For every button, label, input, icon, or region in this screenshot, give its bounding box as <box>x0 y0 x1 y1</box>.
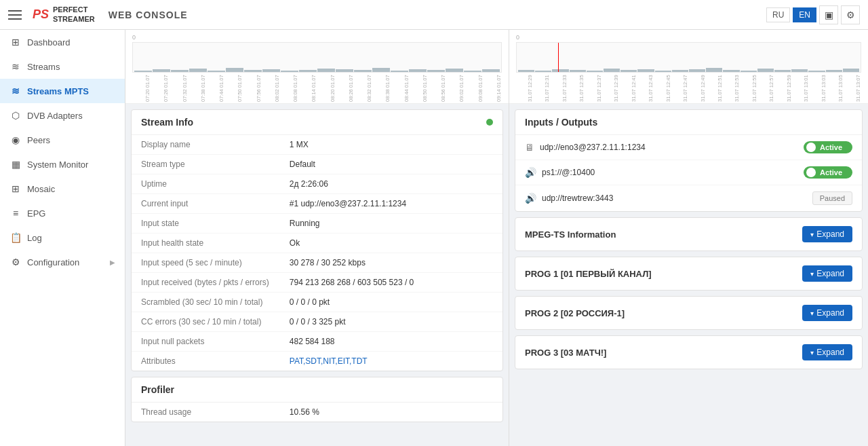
left-chart-container: 0 <box>125 30 509 104</box>
logo: PS PERFECTSTREAMER <box>33 5 95 23</box>
sidebar-item-label: System Monitor <box>27 160 88 170</box>
expand-btn-label: Expand <box>816 308 844 318</box>
app-body: ⊞ Dashboard ≋ Streams ≋ Streams MPTS ⬡ D… <box>0 30 868 446</box>
toggle-label-2: Active <box>820 168 842 176</box>
io-audio-icon-2: 🔊 <box>525 193 536 204</box>
profiler-card: Profiler Thread usage10.56 % <box>131 377 503 422</box>
dashboard-icon: ⊞ <box>9 36 22 48</box>
field-value: 1 MX <box>280 135 502 155</box>
streams-icon: ≋ <box>9 60 22 73</box>
field-label: Input null packets <box>132 332 280 352</box>
mpeg-ts-section: MPEG-TS Information ▾ Expand <box>515 217 863 251</box>
field-label: Scrambled (30 sec/ 10 min / total) <box>132 293 280 312</box>
table-row: AttributesPAT,SDT,NIT,EIT,TDT <box>132 352 502 371</box>
configuration-icon: ⚙ <box>9 256 22 268</box>
sidebar-item-streams[interactable]: ≋ Streams <box>0 54 125 79</box>
chevron-right-icon: ▶ <box>110 259 115 266</box>
toggle-active-2[interactable]: Active <box>804 166 852 179</box>
field-label: Input speed (5 sec / minute) <box>132 253 280 273</box>
field-value: #1 udp://eno3@237.2.11.1:1234 <box>280 194 502 214</box>
peers-icon: ◉ <box>9 134 22 146</box>
menu-icon[interactable] <box>8 7 24 23</box>
prog3-section: PROG 3 [03 МАТЧ!] ▾ Expand <box>515 335 863 369</box>
table-row: Input null packets482 584 188 <box>132 332 502 352</box>
sidebar-item-label: Streams MPTS <box>27 86 89 96</box>
stream-info-header: Stream Info <box>132 110 502 135</box>
system-monitor-icon: ▦ <box>9 158 22 170</box>
table-row: Display name1 MX <box>132 135 502 155</box>
mpeg-ts-expand-button[interactable]: ▾ Expand <box>802 226 852 242</box>
io-item-name: udp://eno3@237.2.11.1:1234 <box>540 143 798 152</box>
table-row: Thread usage10.56 % <box>132 403 502 422</box>
sidebar: ⊞ Dashboard ≋ Streams ≋ Streams MPTS ⬡ D… <box>0 30 125 446</box>
paused-badge: Paused <box>812 191 852 205</box>
io-item-name: ps1://@:10400 <box>542 168 798 177</box>
lang-ru-button[interactable]: RU <box>766 7 790 22</box>
stream-info-card: Stream Info Display name1 MXStream typeD… <box>131 109 503 371</box>
field-value: PAT,SDT,NIT,EIT,TDT <box>280 352 502 371</box>
sidebar-item-label: Configuration <box>27 257 79 267</box>
status-dot <box>486 119 493 126</box>
table-row: Input stateRunning <box>132 214 502 234</box>
toggle-active-1[interactable]: Active <box>804 141 852 153</box>
streams-mpts-icon: ≋ <box>9 85 22 97</box>
left-chart-zero: 0 <box>132 34 502 41</box>
profiler-title: Profiler <box>141 384 174 395</box>
sidebar-item-epg[interactable]: ≡ EPG <box>0 201 125 225</box>
sidebar-item-system-monitor[interactable]: ▦ System Monitor <box>0 152 125 176</box>
io-item-name: udp://trewtrew:3443 <box>542 193 807 203</box>
sidebar-item-configuration[interactable]: ⚙ Configuration ▶ <box>0 250 125 274</box>
sidebar-item-streams-mpts[interactable]: ≋ Streams MPTS <box>0 79 125 103</box>
chevron-down-icon: ▾ <box>810 231 814 238</box>
expand-btn-label: Expand <box>816 229 844 239</box>
prog1-expand-button[interactable]: ▾ Expand <box>802 265 852 282</box>
io-item: 🔊 ps1://@:10400 Active <box>515 160 862 185</box>
profiler-header: Profiler <box>132 377 502 403</box>
field-value: Running <box>280 214 502 234</box>
io-item: 🔊 udp://trewtrew:3443 Paused <box>515 185 862 211</box>
prog2-title: PROG 2 [02 РОССИЯ-1] <box>525 308 625 318</box>
sidebar-item-log[interactable]: 📋 Log <box>0 225 125 250</box>
right-chart-labels: 31.07 12:29 31.07 12:31 31.07 12:33 31.0… <box>516 75 861 102</box>
sidebar-item-label: Peers <box>27 135 50 145</box>
io-monitor-icon: 🖥 <box>525 142 534 153</box>
stream-info-table: Display name1 MXStream typeDefaultUptime… <box>132 135 502 371</box>
sidebar-item-mosaic[interactable]: ⊞ Mosaic <box>0 176 125 201</box>
sidebar-item-label: Log <box>27 233 42 243</box>
sidebar-item-label: Dashboard <box>27 37 71 48</box>
sidebar-item-dvb-adapters[interactable]: ⬡ DVB Adapters <box>0 103 125 128</box>
field-value: 0 / 0 / 0 pkt <box>280 293 502 312</box>
right-panel: 0 <box>509 30 868 446</box>
io-audio-icon: 🔊 <box>525 167 536 178</box>
field-value: 0 / 0 / 3 325 pkt <box>280 312 502 332</box>
field-label: Stream type <box>132 155 280 174</box>
settings-icon-button[interactable]: ⚙ <box>841 5 860 24</box>
right-chart-container: 0 <box>509 30 868 104</box>
field-label: Thread usage <box>132 403 280 422</box>
lang-en-button[interactable]: EN <box>793 7 816 22</box>
io-item: 🖥 udp://eno3@237.2.11.1:1234 Active <box>515 135 862 160</box>
chevron-down-icon: ▾ <box>810 349 814 356</box>
prog3-expand-button[interactable]: ▾ Expand <box>802 344 852 360</box>
toggle-label-1: Active <box>820 143 842 151</box>
left-panel: 0 <box>125 30 509 446</box>
field-label: Attributes <box>132 352 280 371</box>
prog2-section: PROG 2 [02 РОССИЯ-1] ▾ Expand <box>515 296 863 330</box>
field-label: Uptime <box>132 174 280 194</box>
monitor-icon-button[interactable]: ▣ <box>819 5 838 24</box>
table-row: Input received (bytes / pkts / errors)79… <box>132 273 502 293</box>
header-actions: RU EN ▣ ⚙ <box>766 5 860 24</box>
prog2-expand-button[interactable]: ▾ Expand <box>802 305 852 321</box>
expand-btn-label: Expand <box>816 269 844 278</box>
right-chart <box>516 42 861 73</box>
field-value: Default <box>280 155 502 174</box>
sidebar-item-dashboard[interactable]: ⊞ Dashboard <box>0 30 125 54</box>
sidebar-item-label: DVB Adapters <box>27 111 83 121</box>
sidebar-item-peers[interactable]: ◉ Peers <box>0 128 125 152</box>
field-value: 2д 2:26:06 <box>280 174 502 194</box>
logo-company: PERFECTSTREAMER <box>53 5 95 23</box>
chevron-down-icon: ▾ <box>810 270 814 278</box>
field-label: Input state <box>132 214 280 234</box>
left-chart-labels: 07:20 01.07 07:26 01.07 07:32 01.07 07:3… <box>132 75 502 102</box>
table-row: Stream typeDefault <box>132 155 502 174</box>
